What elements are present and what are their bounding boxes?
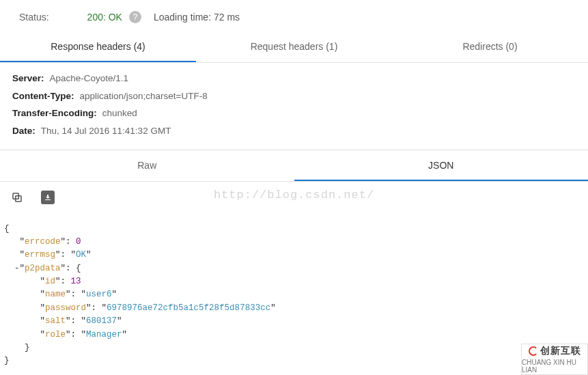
status-code: 200: OK — [87, 12, 122, 23]
watermark-text: http://blog.csdn.net/ — [214, 188, 374, 201]
status-label: Status: — [19, 12, 49, 23]
json-line: "password": "6978976ae72cfb5a1c5f28f5d87… — [4, 302, 584, 315]
tab-request-headers[interactable]: Request headers (1) — [196, 31, 392, 62]
header-key: Transfer-Encoding: — [12, 105, 97, 122]
json-viewer: { "errcode": 0 "errmsg": "OK" -"p2pdata"… — [0, 208, 588, 372]
logo-subtext: CHUANG XIN HU LIAN — [522, 359, 587, 372]
json-line: "errcode": 0 — [4, 236, 584, 249]
header-tabs: Response headers (4) Request headers (1)… — [0, 31, 588, 63]
json-line: { — [4, 223, 584, 236]
json-line: "role": "Manager" — [4, 329, 584, 342]
json-line[interactable]: -"p2pdata": { — [4, 262, 584, 275]
view-tabs: Raw JSON — [0, 150, 588, 182]
logo-c-icon — [529, 346, 538, 356]
tab-response-headers[interactable]: Response headers (4) — [0, 31, 196, 62]
json-line: "name": "user6" — [4, 288, 584, 301]
json-line: "salt": "680137" — [4, 315, 584, 328]
json-line: "id": 13 — [4, 275, 584, 288]
logo-mark: 创新互联 — [529, 345, 581, 357]
header-row: Server: Apache-Coyote/1.1 — [12, 70, 576, 87]
response-headers-list: Server: Apache-Coyote/1.1 Content-Type: … — [0, 63, 588, 150]
header-key: Date: — [12, 122, 36, 140]
tab-raw[interactable]: Raw — [0, 150, 294, 181]
json-toolbar: http://blog.csdn.net/ — [0, 182, 588, 208]
header-value: Thu, 14 Jul 2016 11:41:32 GMT — [41, 122, 171, 140]
header-value: chunked — [102, 105, 137, 122]
json-line: "errmsg": "OK" — [4, 249, 584, 262]
loading-time: Loading time: 72 ms — [154, 12, 240, 23]
header-value: application/json;charset=UTF-8 — [80, 87, 208, 105]
tab-redirects[interactable]: Redirects (0) — [392, 31, 588, 62]
copy-icon[interactable] — [10, 190, 25, 205]
header-key: Server: — [12, 70, 44, 87]
header-row: Date: Thu, 14 Jul 2016 11:41:32 GMT — [12, 122, 576, 140]
header-row: Content-Type: application/json;charset=U… — [12, 87, 576, 105]
header-key: Content-Type: — [12, 87, 74, 105]
json-line: } — [4, 342, 584, 355]
tab-json[interactable]: JSON — [294, 150, 589, 181]
status-bar: Status: 200: OK ? Loading time: 72 ms — [0, 0, 588, 31]
header-row: Transfer-Encoding: chunked — [12, 105, 576, 122]
help-icon[interactable]: ? — [129, 11, 141, 23]
header-value: Apache-Coyote/1.1 — [50, 70, 129, 87]
json-line: } — [4, 355, 584, 367]
brand-logo: 创新互联 CHUANG XIN HU LIAN — [521, 344, 588, 372]
collapse-toggle-icon[interactable]: - — [14, 264, 20, 273]
download-icon[interactable] — [41, 191, 55, 204]
